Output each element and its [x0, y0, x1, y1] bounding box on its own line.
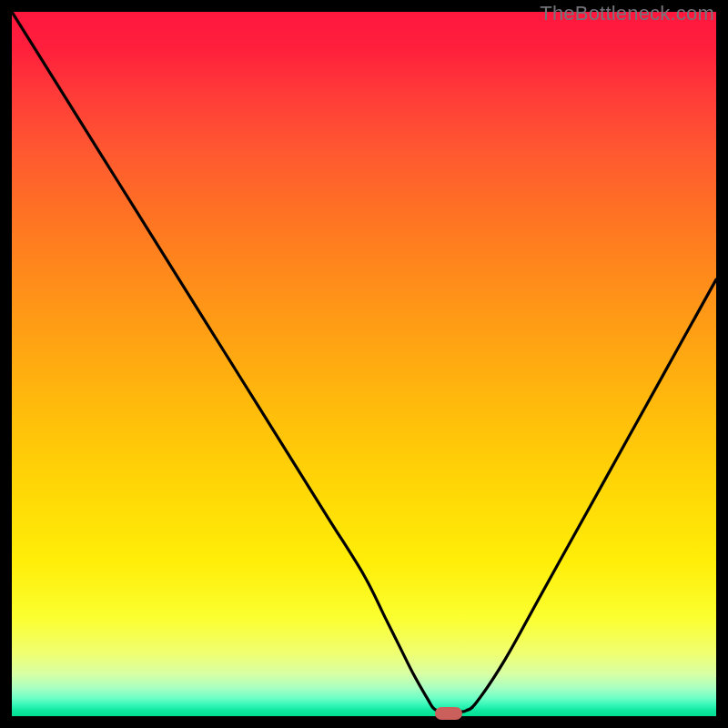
chart-container: TheBottleneck.com: [0, 0, 728, 728]
bottleneck-curve-path: [12, 12, 716, 713]
plot-area: [12, 12, 716, 716]
min-marker: [435, 707, 462, 720]
curve-svg: [12, 12, 716, 716]
watermark-text: TheBottleneck.com: [540, 2, 714, 25]
